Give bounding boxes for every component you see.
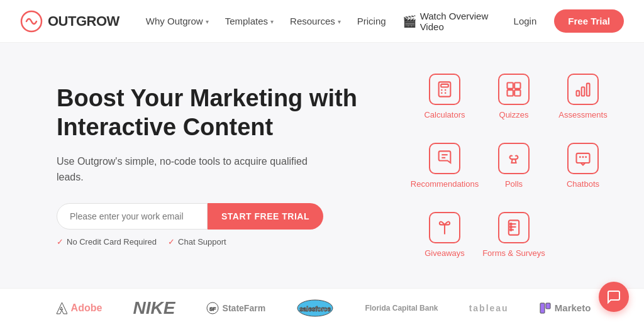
- email-input[interactable]: [57, 203, 208, 230]
- content-type-grid: Calculators Quizzes: [413, 65, 614, 266]
- content-type-assessments[interactable]: Assessments: [558, 74, 607, 119]
- svg-rect-15: [587, 83, 590, 96]
- hero-title: Boost Your Marketing with Interactive Co…: [57, 84, 358, 141]
- hero-subtitle: Use Outgrow's simple, no-code tools to a…: [57, 153, 308, 186]
- nav-item-pricing[interactable]: Pricing: [351, 12, 392, 30]
- hero-left: Boost Your Marketing with Interactive Co…: [57, 43, 384, 288]
- brand-florida-capital: Florida Capital Bank: [365, 304, 438, 313]
- chevron-down-icon: ▾: [270, 18, 274, 25]
- svg-rect-14: [582, 87, 585, 96]
- assessments-icon: [567, 74, 599, 105]
- svg-rect-11: [508, 90, 513, 96]
- brand-nike: NIKE: [133, 298, 175, 318]
- nav-links: Why Outgrow ▾ Templates ▾ Resources ▾ Pr…: [140, 7, 506, 36]
- svg-rect-10: [514, 82, 520, 88]
- svg-text:salesforce: salesforce: [300, 306, 331, 313]
- chatbots-icon: [567, 143, 599, 174]
- content-type-polls[interactable]: Polls: [498, 143, 530, 189]
- svg-rect-9: [508, 82, 513, 88]
- brand-statefarm-label: StateFarm: [223, 303, 265, 313]
- svg-rect-28: [510, 229, 511, 230]
- email-row: START FREE TRIAL: [57, 203, 358, 230]
- content-type-giveaways[interactable]: Giveaways: [425, 212, 465, 258]
- nav-video[interactable]: 🎬 Watch Overview Video: [396, 7, 506, 36]
- quiz-icon: [498, 74, 530, 105]
- svg-rect-13: [577, 91, 580, 96]
- logo-text: OUTGROW: [48, 13, 119, 30]
- svg-rect-12: [514, 90, 520, 96]
- brand-adobe-label: Adobe: [71, 302, 103, 314]
- content-type-recommendations[interactable]: Recommendations: [411, 143, 479, 189]
- brand-tableau: tableau: [469, 303, 509, 313]
- chevron-down-icon: ▾: [206, 18, 209, 25]
- trust-row: ✓ No Credit Card Required ✓ Chat Support: [57, 237, 358, 247]
- nav-item-templates[interactable]: Templates ▾: [219, 12, 280, 30]
- trust-item-chat: ✓ Chat Support: [168, 237, 226, 247]
- login-button[interactable]: Login: [506, 12, 545, 30]
- nav-item-resources[interactable]: Resources ▾: [284, 12, 347, 30]
- svg-rect-26: [510, 223, 511, 224]
- brand-salesforce: salesforce: [296, 299, 334, 318]
- svg-rect-2: [441, 84, 448, 87]
- brand-tableau-label: tableau: [469, 303, 509, 313]
- forms-surveys-icon: [498, 212, 530, 243]
- svg-rect-27: [510, 226, 511, 227]
- start-free-trial-button[interactable]: START FREE TRIAL: [208, 203, 323, 230]
- trust-item-credit: ✓ No Credit Card Required: [57, 237, 157, 247]
- content-type-chatbots[interactable]: Chatbots: [567, 143, 599, 189]
- nav-item-why[interactable]: Why Outgrow ▾: [140, 12, 215, 30]
- chevron-down-icon: ▾: [338, 18, 341, 25]
- brand-marketo: Marketo: [540, 302, 591, 314]
- navbar: OUTGROW Why Outgrow ▾ Templates ▾ Resour…: [0, 0, 644, 43]
- brands-bar: Adobe NIKE SF StateFarm salesforce Flori…: [0, 288, 644, 327]
- logo[interactable]: OUTGROW: [20, 10, 119, 33]
- check-icon: ✓: [57, 237, 64, 247]
- calculator-icon: [429, 74, 460, 105]
- brand-statefarm: SF StateFarm: [206, 302, 265, 314]
- recommendations-icon: [429, 143, 460, 174]
- svg-rect-33: [540, 303, 545, 313]
- hero-right: Calculators Quizzes: [384, 43, 644, 288]
- check-icon: ✓: [168, 237, 175, 247]
- svg-text:SF: SF: [209, 306, 216, 312]
- free-trial-button[interactable]: Free Trial: [554, 9, 624, 33]
- brand-nike-label: NIKE: [133, 298, 175, 318]
- svg-rect-34: [546, 303, 550, 309]
- content-type-quizzes[interactable]: Quizzes: [498, 74, 530, 119]
- svg-rect-18: [576, 153, 589, 162]
- nav-right: Login Free Trial: [506, 9, 624, 33]
- polls-icon: [498, 143, 530, 174]
- content-type-calculators[interactable]: Calculators: [424, 74, 465, 119]
- content-type-forms-surveys[interactable]: Forms & Surveys: [482, 212, 545, 258]
- hero-section: Boost Your Marketing with Interactive Co…: [0, 43, 644, 288]
- video-icon: 🎬: [402, 14, 416, 28]
- giveaways-icon: [429, 212, 460, 243]
- brand-marketo-label: Marketo: [555, 302, 591, 313]
- brand-adobe: Adobe: [53, 301, 103, 315]
- chat-support-button[interactable]: [599, 282, 629, 312]
- brand-florida-label: Florida Capital Bank: [365, 304, 438, 313]
